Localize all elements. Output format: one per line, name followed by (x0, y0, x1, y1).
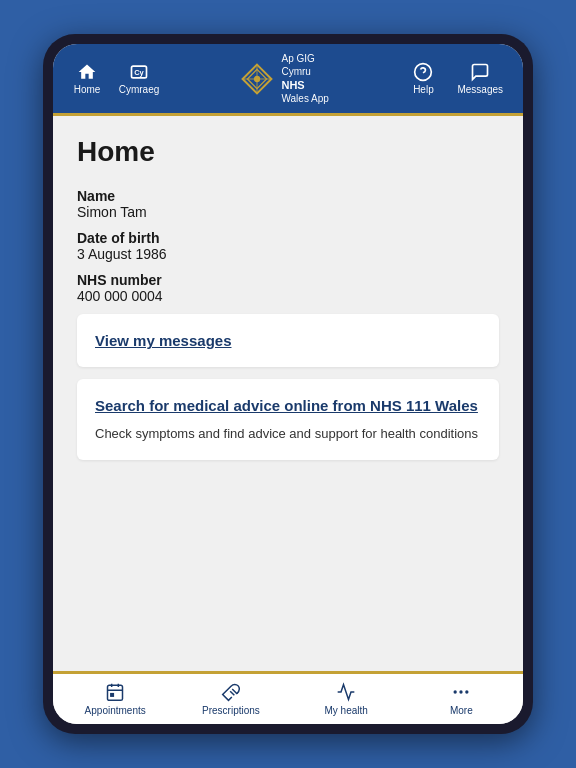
messages-icon (470, 62, 490, 82)
nhs-logo: Ap GIG Cymru NHS Wales App (241, 52, 328, 105)
more-icon (451, 682, 471, 702)
nhs111-card: Search for medical advice online from NH… (77, 379, 499, 460)
nhs-label: NHS number (77, 272, 499, 288)
more-label: More (450, 705, 473, 716)
device-frame: Home Cy Cymraeg (43, 34, 533, 734)
name-value: Simon Tam (77, 204, 499, 220)
nhs-logo-text: Ap GIG Cymru NHS Wales App (281, 52, 328, 105)
my-health-icon (336, 682, 356, 702)
nhs111-description: Check symptoms and find advice and suppo… (95, 424, 481, 444)
nav-help-label: Help (413, 84, 434, 95)
nav-appointments[interactable]: Appointments (85, 682, 146, 716)
svg-point-16 (454, 690, 457, 693)
messages-link[interactable]: View my messages (95, 330, 481, 351)
screen: Home Cy Cymraeg (53, 44, 523, 724)
nav-cymraeg-label: Cymraeg (119, 84, 160, 95)
prescriptions-label: Prescriptions (202, 705, 260, 716)
logo-line1: Ap GIG (281, 52, 328, 65)
nav-cymraeg[interactable]: Cy Cymraeg (117, 62, 161, 95)
nav-prescriptions[interactable]: Prescriptions (201, 682, 261, 716)
page-title: Home (77, 136, 499, 168)
svg-line-14 (230, 691, 234, 695)
help-icon (413, 62, 433, 82)
home-icon (77, 62, 97, 82)
name-label: Name (77, 188, 499, 204)
dob-value: 3 August 1986 (77, 246, 499, 262)
logo-line2: Cymru (281, 65, 328, 78)
nav-my-health[interactable]: My health (316, 682, 376, 716)
svg-rect-13 (111, 694, 114, 697)
nav-center-logo: Ap GIG Cymru NHS Wales App (169, 52, 401, 105)
dob-label: Date of birth (77, 230, 499, 246)
my-health-label: My health (324, 705, 367, 716)
nav-right-group: Help Messages (401, 62, 511, 95)
bottom-navigation: Appointments Prescriptions My health (53, 671, 523, 724)
nav-home[interactable]: Home (65, 62, 109, 95)
appointments-label: Appointments (85, 705, 146, 716)
nav-more[interactable]: More (431, 682, 491, 716)
user-dob-section: Date of birth 3 August 1986 (77, 230, 499, 262)
logo-line4: Wales App (281, 92, 328, 105)
top-navigation: Home Cy Cymraeg (53, 44, 523, 116)
prescriptions-icon (221, 682, 241, 702)
appointments-icon (105, 682, 125, 702)
svg-point-18 (466, 690, 469, 693)
nav-home-label: Home (74, 84, 101, 95)
messages-card: View my messages (77, 314, 499, 367)
cymraeg-icon: Cy (129, 62, 149, 82)
main-content: Home Name Simon Tam Date of birth 3 Augu… (53, 116, 523, 671)
svg-text:Cy: Cy (134, 68, 144, 77)
user-nhs-section: NHS number 400 000 0004 (77, 272, 499, 304)
nav-messages-label: Messages (457, 84, 503, 95)
nav-help[interactable]: Help (401, 62, 445, 95)
svg-point-17 (460, 690, 463, 693)
svg-rect-9 (108, 685, 123, 700)
user-name-section: Name Simon Tam (77, 188, 499, 220)
nhs111-link[interactable]: Search for medical advice online from NH… (95, 395, 481, 416)
nhs-diamond-icon (241, 63, 273, 95)
logo-line3: NHS (281, 78, 328, 92)
nhs-value: 400 000 0004 (77, 288, 499, 304)
nav-messages[interactable]: Messages (457, 62, 503, 95)
